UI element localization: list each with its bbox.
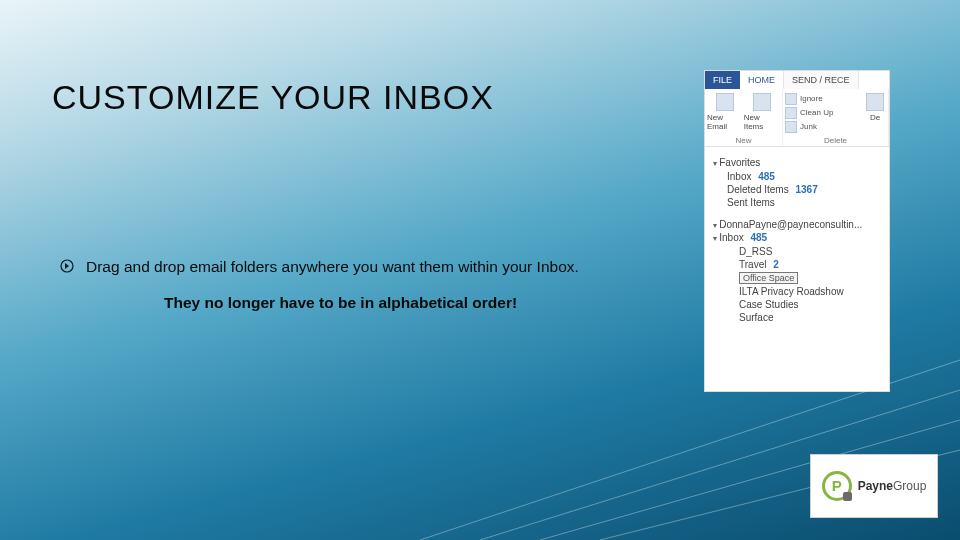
ribbon: New Email New Items New Ignore Clean Up … <box>705 89 889 147</box>
arrow-icon <box>60 259 74 273</box>
drag-ghost: Office Space <box>739 272 798 284</box>
favorites-deleted-count: 1367 <box>795 184 817 195</box>
bullet-2: They no longer have to be in alphabetica… <box>164 294 700 312</box>
folder-cases: Case Studies <box>713 298 883 311</box>
bullet-1-text: Drag and drop email folders anywhere you… <box>86 258 579 276</box>
new-items-icon <box>753 93 771 111</box>
logo-text-a: Payne <box>858 479 893 493</box>
tab-file: FILE <box>705 71 740 89</box>
folder-pane: Favorites Inbox 485 Deleted Items 1367 S… <box>705 147 889 324</box>
slide-title: CUSTOMIZE YOUR INBOX <box>52 78 494 117</box>
ribbon-group-delete: Ignore Clean Up Junk De Delete <box>783 89 889 146</box>
new-items-label: New Items <box>744 113 780 131</box>
inbox-header-label: Inbox <box>719 232 743 243</box>
account-header: DonnaPayne@payneconsultin... <box>713 219 883 230</box>
folder-drag-target: Office Space <box>713 271 883 285</box>
folder-travel-label: Travel <box>739 259 766 270</box>
inbox-header-count: 485 <box>750 232 767 243</box>
bullet-area: Drag and drop email folders anywhere you… <box>60 258 700 312</box>
logo-text: PayneGroup <box>858 479 927 493</box>
junk-button: Junk <box>785 121 864 133</box>
new-email-icon <box>716 93 734 111</box>
inbox-header: Inbox 485 <box>713 232 883 243</box>
favorites-header: Favorites <box>713 157 883 168</box>
ribbon-tabs: FILE HOME SEND / RECE <box>705 71 889 89</box>
logo-letter: P <box>832 477 842 494</box>
new-email-label: New Email <box>707 113 744 131</box>
favorites-inbox: Inbox 485 <box>713 170 883 183</box>
logo: P PayneGroup <box>810 454 938 518</box>
delete-button: De <box>866 89 888 137</box>
tab-home: HOME <box>740 71 784 89</box>
folder-travel: Travel 2 <box>713 258 883 271</box>
folder-surface: Surface <box>713 311 883 324</box>
slide: CUSTOMIZE YOUR INBOX Drag and drop email… <box>0 0 960 540</box>
delete-icon <box>866 93 884 111</box>
folder-travel-count: 2 <box>773 259 779 270</box>
new-items-button: New Items <box>744 93 780 131</box>
logo-mark-icon: P <box>822 471 852 501</box>
outlook-screenshot: FILE HOME SEND / RECE New Email New Item… <box>704 70 890 392</box>
favorites-inbox-label: Inbox <box>727 171 751 182</box>
folder-ilta: ILTA Privacy Roadshow <box>713 285 883 298</box>
ribbon-group-new: New Email New Items New <box>705 89 783 146</box>
logo-text-b: Group <box>893 479 926 493</box>
favorites-deleted-label: Deleted Items <box>727 184 789 195</box>
cleanup-button: Clean Up <box>785 107 864 119</box>
tab-send-receive: SEND / RECE <box>784 71 859 89</box>
ribbon-group-delete-label: Delete <box>783 136 888 145</box>
bullet-1: Drag and drop email folders anywhere you… <box>60 258 700 276</box>
folder-rss: D_RSS <box>713 245 883 258</box>
delete-label: De <box>870 113 880 122</box>
ribbon-group-new-label: New <box>705 136 782 145</box>
ignore-button: Ignore <box>785 93 864 105</box>
favorites-inbox-count: 485 <box>758 171 775 182</box>
favorites-sent: Sent Items <box>713 196 883 209</box>
new-email-button: New Email <box>707 93 744 131</box>
favorites-deleted: Deleted Items 1367 <box>713 183 883 196</box>
